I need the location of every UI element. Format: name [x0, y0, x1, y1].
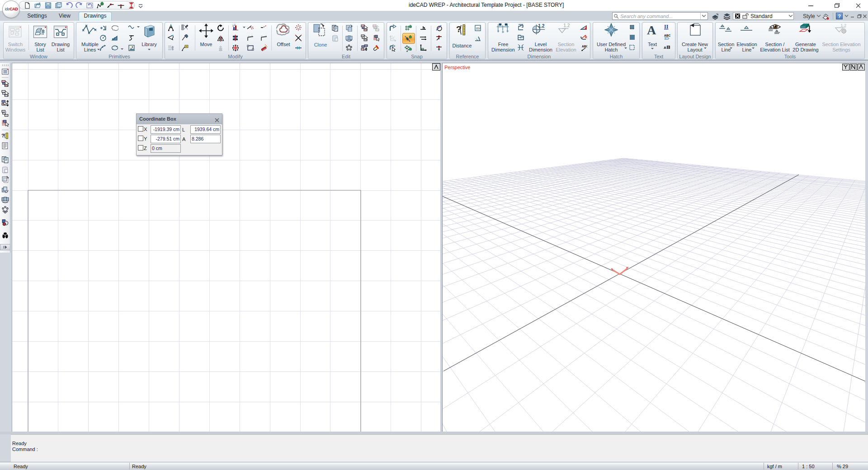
svg-text:ABC: ABC	[664, 34, 670, 37]
svg-text:2: 2	[234, 24, 236, 26]
svg-text:R: R	[585, 36, 587, 39]
svg-text:ABC: ABC	[582, 45, 587, 48]
svg-text:m²: m²	[476, 26, 481, 31]
svg-text:A: A	[647, 23, 656, 37]
svg-text:A: A	[664, 46, 666, 50]
svg-text:1.2: 1.2	[538, 24, 545, 28]
svg-text:1.2: 1.2	[563, 24, 570, 28]
svg-text:II: II	[664, 24, 669, 30]
svg-text:?: ?	[478, 37, 480, 40]
svg-text:1.2: 1.2	[840, 24, 846, 28]
svg-text:?: ?	[1, 132, 5, 138]
